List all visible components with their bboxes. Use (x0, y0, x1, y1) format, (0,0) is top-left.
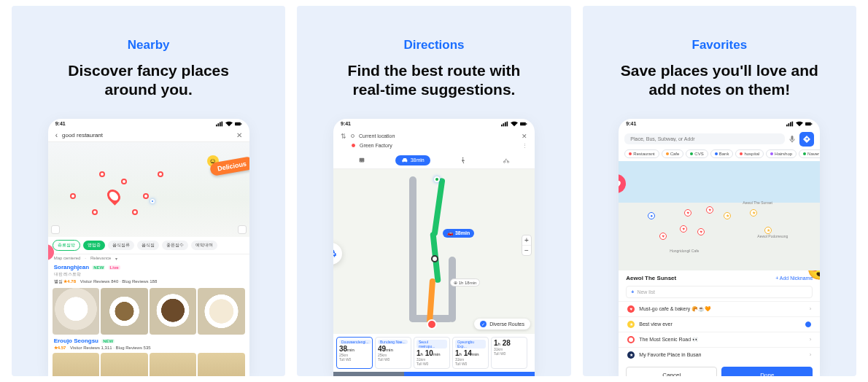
badge-live: Live (109, 265, 120, 270)
poi-pin[interactable] (70, 193, 76, 199)
fav-pin[interactable]: ♥ (697, 228, 705, 235)
chip-hospital[interactable]: hospital (735, 149, 764, 158)
fav-pin[interactable]: ● (648, 212, 655, 219)
chip-cafe[interactable]: Cafe (662, 149, 684, 158)
list-name: Best view ever (639, 321, 673, 327)
status-bar: 9:41 (48, 119, 249, 129)
route-card[interactable]: Gyeongbu Exp... 1h 14min 31km Toll W0 (452, 337, 489, 369)
category-chips: Restaurant Cafe CVS Bank hospital Hairsh… (619, 149, 820, 161)
photo[interactable] (150, 288, 197, 335)
search-input[interactable] (624, 133, 785, 144)
map-control[interactable] (238, 225, 247, 234)
rating-value: ★4.78 (63, 279, 76, 284)
clear-icon[interactable]: ✕ (522, 133, 527, 140)
photo[interactable] (101, 288, 148, 335)
chip[interactable]: 예약대여 (191, 241, 217, 250)
fav-pin[interactable]: ★ (724, 212, 731, 219)
new-list-button[interactable]: + New list (626, 286, 813, 298)
svg-rect-8 (505, 122, 506, 126)
poi-pin[interactable] (99, 171, 105, 177)
mode-bike[interactable] (497, 155, 516, 165)
mode-car[interactable]: 38min (395, 155, 430, 165)
mode-tabs: 38min (333, 152, 535, 169)
chip-hairshop[interactable]: Hairshop (766, 149, 797, 158)
result-item[interactable]: Eroujo Seongsu NEW ★4.57 Visitor Reviews… (48, 336, 249, 351)
status-time: 9:41 (55, 121, 66, 126)
fav-pin[interactable]: ★ (764, 227, 772, 234)
search-bar[interactable]: ‹ good restaurant ✕ (48, 129, 249, 142)
back-icon[interactable]: ‹ (55, 131, 58, 139)
favorites-map[interactable]: ♥ ♥ ♥ ♥ ♥ ★ ★ ★ ● Aewol The Sunset Aewol… (619, 161, 820, 270)
poi-pin[interactable] (132, 209, 138, 215)
details-button[interactable]: ≡ Details (333, 372, 404, 377)
route-map[interactable]: 🚗 38min ⊕ 1h 18min +− ✓ Diverse Routes (333, 169, 535, 334)
mic-icon[interactable] (788, 135, 797, 144)
battery-icon (805, 121, 813, 127)
route-card[interactable]: 1h 28 31km Toll W0 (491, 337, 527, 369)
route-card[interactable]: Bundang Nae... 49min 25km Toll W0 (375, 337, 411, 369)
chip-restaurant[interactable]: Restaurant (624, 149, 659, 158)
poi-pin[interactable] (158, 171, 163, 177)
photo[interactable] (198, 288, 245, 335)
locate-button[interactable] (51, 225, 60, 234)
chip-cvs[interactable]: CVS (686, 149, 708, 158)
result-item[interactable]: Soranghjean NEW Live 대한 레스토랑 별점 ★4.78 Vi… (48, 262, 249, 286)
reviews-count: Visitor Reviews 840 · Blog Reviews 188 (80, 279, 158, 284)
poi-pin[interactable] (121, 179, 127, 184)
fav-pin[interactable]: ♥ (680, 225, 687, 233)
status-icons (501, 121, 527, 127)
chip[interactable]: 음식점류 (108, 241, 134, 250)
new-list-label: New list (637, 289, 655, 295)
chip-open-now[interactable]: 영업중 (83, 241, 105, 250)
photo[interactable] (150, 353, 197, 376)
route-card[interactable]: Seoul metropo... 1h 10min 31km Toll W0 (414, 337, 450, 369)
directions-button[interactable] (799, 132, 814, 147)
route-card[interactable]: Doowaendengi... 38min 25km Toll W0 (336, 337, 373, 369)
from-label: Current location (359, 133, 395, 139)
nearby-map[interactable]: ☺ Delicious (48, 142, 249, 237)
go-button[interactable]: Go (404, 372, 535, 377)
svg-rect-9 (506, 121, 508, 126)
fav-pin[interactable]: ♥ (684, 209, 691, 217)
poi-pin[interactable] (92, 209, 98, 215)
clear-icon[interactable]: ✕ (236, 131, 242, 139)
mode-transit[interactable] (352, 155, 371, 165)
sort-row[interactable]: Map centered · Relevance ▾ (48, 254, 249, 262)
chip[interactable]: 좋은점수 (162, 241, 188, 250)
svg-rect-11 (526, 122, 527, 124)
fav-pin[interactable]: ★ (750, 209, 757, 217)
photo[interactable] (53, 288, 100, 335)
favorite-list-item[interactable]: ♥ Must-go cafe & bakery 🥐☕🧡 › (619, 301, 820, 316)
zoom-in[interactable]: + (522, 235, 531, 245)
cancel-button[interactable]: Cancel (626, 367, 717, 377)
fav-pin[interactable]: ♥ (706, 206, 713, 214)
svg-rect-7 (503, 123, 504, 126)
map-centered-label: Map centered (54, 256, 81, 261)
favorite-list-item[interactable]: ★ My Favorite Place in Busan › (619, 347, 820, 362)
chip[interactable]: 음식점 (137, 241, 159, 250)
to-field[interactable]: Green Factory ⋮ (341, 141, 527, 150)
svg-rect-15 (788, 123, 790, 126)
device-favorites: 😍 9:41 Restaurant Cafe CVS Bank hospital… (619, 119, 820, 377)
done-button[interactable]: Done (721, 367, 813, 377)
chip-bank[interactable]: Bank (710, 149, 734, 158)
from-field[interactable]: ⇅ Current location ✕ (341, 131, 527, 141)
diverse-label: Diverse Routes (489, 321, 524, 327)
radio-selected[interactable] (805, 321, 811, 327)
chip-outline[interactable]: 종로점망 (53, 240, 80, 251)
zoom-control[interactable]: +− (522, 235, 532, 256)
place-name: Soranghjean (54, 264, 89, 270)
selected-pin[interactable] (104, 187, 123, 205)
zoom-out[interactable]: − (522, 245, 531, 255)
mode-walk[interactable] (454, 155, 473, 165)
poi-pin[interactable] (143, 193, 149, 199)
fav-pin[interactable]: ♥ (659, 233, 667, 240)
photo[interactable] (53, 353, 100, 376)
route-cards[interactable]: Doowaendengi... 38min 25km Toll W0 Bunda… (333, 334, 535, 372)
diverse-routes-toggle[interactable]: ✓ Diverse Routes (474, 319, 530, 330)
photo[interactable] (198, 353, 245, 376)
favorite-list-item[interactable]: ★ Best view ever (619, 316, 820, 332)
chip-naver-order[interactable]: Naver Order (799, 149, 820, 158)
photo[interactable] (101, 353, 148, 376)
favorite-list-item[interactable]: The Most Scenic Road 👀 › (619, 332, 820, 347)
